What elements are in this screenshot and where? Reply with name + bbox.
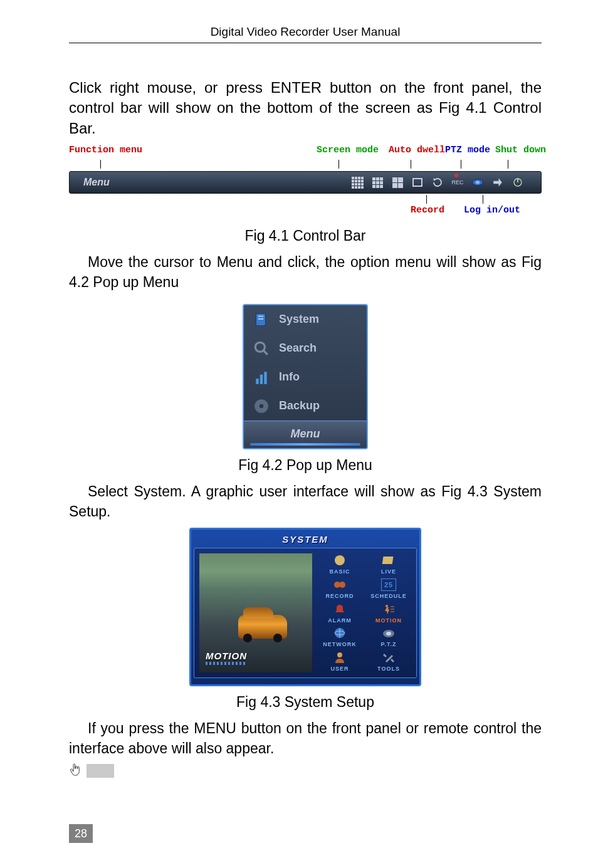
system-title: SYSTEM <box>194 532 417 548</box>
cell-tools[interactable]: TOOLS <box>366 651 411 672</box>
auto-dwell-icon[interactable] <box>431 176 444 189</box>
paragraph-4: If you press the MENU button on the fron… <box>69 718 542 758</box>
svg-rect-11 <box>264 372 266 384</box>
label-auto-dwell: Auto dwell <box>389 145 445 155</box>
grid-1-icon[interactable] <box>411 176 424 189</box>
control-bar-top-labels: Function menu Screen mode Auto dwell PTZ… <box>69 145 542 160</box>
svg-point-13 <box>260 404 264 408</box>
cell-motion[interactable]: MOTION <box>366 602 411 624</box>
label-function-menu: Function menu <box>69 145 142 155</box>
caption-3: Fig 4.3 System Setup <box>69 694 542 711</box>
svg-point-26 <box>386 632 391 635</box>
label-ptz-mode: PTZ mode <box>445 145 490 155</box>
paragraph-3: Select System. A graphic user interface … <box>69 481 542 521</box>
user-icon <box>332 651 348 664</box>
figure-control-bar: Function menu Screen mode Auto dwell PTZ… <box>69 145 542 220</box>
cell-user[interactable]: USER <box>317 651 362 672</box>
popup-label: System <box>279 313 319 326</box>
system-icon <box>253 311 270 328</box>
info-icon <box>253 369 270 385</box>
basic-icon <box>332 553 348 567</box>
popup-label: Info <box>279 370 300 384</box>
backup-icon <box>253 398 270 414</box>
svg-line-8 <box>263 350 268 355</box>
cell-live[interactable]: LIVE <box>366 553 411 575</box>
label-screen-mode: Screen mode <box>317 145 379 155</box>
popup-label: Backup <box>279 399 320 412</box>
tools-icon <box>380 651 397 664</box>
popup-menu-footer[interactable]: Menu <box>244 421 367 448</box>
system-preview: MOTION <box>199 553 312 672</box>
svg-point-14 <box>335 555 345 565</box>
caption-2: Fig 4.2 Pop up Menu <box>69 457 542 474</box>
label-log-in-out: Log in/out <box>464 205 520 216</box>
svg-point-1 <box>476 181 480 184</box>
network-icon <box>332 626 348 640</box>
cell-alarm[interactable]: ALARM <box>317 602 362 624</box>
figure-system-setup: SYSTEM MOTION BASIC LIVE RECORD <box>189 528 421 686</box>
svg-rect-6 <box>258 318 264 319</box>
grid-4-icon[interactable] <box>391 176 404 189</box>
control-bar: Menu REC <box>69 171 542 194</box>
ptz-cell-icon <box>380 626 397 640</box>
control-bar-bottom-labels: Record Log in/out <box>69 205 542 220</box>
cell-record[interactable]: RECORD <box>317 578 362 600</box>
bottom-ticks <box>69 194 542 205</box>
cell-schedule[interactable]: 25 SCHEDULE <box>366 578 411 600</box>
svg-point-7 <box>255 342 265 352</box>
cell-ptz[interactable]: P.T.Z <box>366 626 411 648</box>
menu-button[interactable]: Menu <box>73 177 280 188</box>
live-icon <box>380 553 397 567</box>
hand-tip-row <box>69 762 542 780</box>
cell-network[interactable]: NETWORK <box>317 626 362 648</box>
svg-rect-9 <box>256 379 258 384</box>
page-header: Digital Video Recorder User Manual <box>69 25 542 43</box>
motion-icon <box>380 602 397 616</box>
label-shut-down: Shut down <box>495 145 546 155</box>
popup-item-backup[interactable]: Backup <box>244 392 367 421</box>
hand-pointer-icon <box>69 762 81 780</box>
paragraph-1: Click right mouse, or press ENTER button… <box>69 78 542 139</box>
schedule-icon: 25 <box>380 578 397 592</box>
svg-point-27 <box>337 652 342 657</box>
popup-label: Search <box>279 342 317 355</box>
record-icon[interactable]: REC <box>451 176 464 189</box>
car-icon <box>238 615 287 639</box>
paragraph-2: Move the cursor to Menu and click, the o… <box>69 252 542 292</box>
search-icon <box>253 340 270 357</box>
motion-label: MOTION <box>206 651 247 665</box>
ptz-icon[interactable] <box>471 176 485 189</box>
cell-basic[interactable]: BASIC <box>317 553 362 575</box>
label-record: Record <box>411 205 444 216</box>
grid-16-icon[interactable] <box>350 176 364 189</box>
record-cell-icon <box>332 578 348 592</box>
grid-9-icon[interactable] <box>370 176 384 189</box>
figure-popup-menu: System Search Info Backup Menu <box>243 304 368 449</box>
popup-item-search[interactable]: Search <box>244 334 367 363</box>
power-icon[interactable] <box>511 176 525 189</box>
system-icon-grid: BASIC LIVE RECORD 25 SCHEDULE ALARM <box>317 553 411 672</box>
login-icon[interactable] <box>491 176 505 189</box>
svg-point-18 <box>386 605 388 607</box>
alarm-icon <box>332 602 348 616</box>
top-ticks <box>69 160 542 171</box>
page-number: 28 <box>69 824 93 843</box>
svg-rect-5 <box>258 315 264 316</box>
caption-1: Fig 4.1 Control Bar <box>69 227 542 244</box>
popup-item-system[interactable]: System <box>244 305 367 334</box>
svg-rect-15 <box>382 557 394 564</box>
svg-point-17 <box>339 582 345 588</box>
popup-item-info[interactable]: Info <box>244 363 367 392</box>
tip-placeholder <box>87 764 114 778</box>
svg-rect-10 <box>260 374 263 384</box>
